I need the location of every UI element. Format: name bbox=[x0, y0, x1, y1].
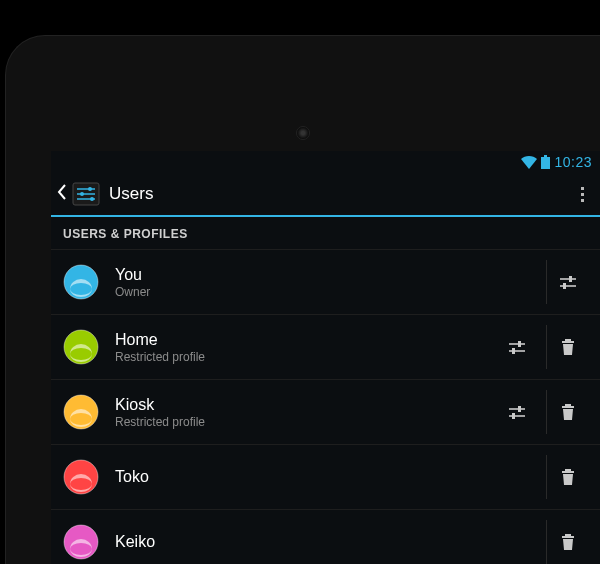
user-row[interactable]: YouOwner bbox=[51, 250, 600, 315]
user-name: Kiosk bbox=[115, 396, 496, 414]
svg-point-4 bbox=[88, 187, 92, 191]
user-subtitle: Restricted profile bbox=[115, 415, 496, 429]
user-name: Keiko bbox=[115, 533, 538, 551]
user-row[interactable]: Keiko bbox=[51, 510, 600, 564]
settings-sliders-icon[interactable] bbox=[546, 260, 588, 304]
user-subtitle: Restricted profile bbox=[115, 350, 496, 364]
clock: 10:23 bbox=[554, 154, 592, 170]
svg-rect-1 bbox=[541, 157, 550, 169]
user-subtitle: Owner bbox=[115, 285, 538, 299]
action-bar: Users bbox=[51, 173, 600, 217]
battery-icon bbox=[541, 155, 550, 169]
avatar-icon bbox=[63, 264, 99, 300]
svg-point-6 bbox=[80, 192, 84, 196]
settings-sliders-icon[interactable] bbox=[496, 325, 538, 369]
user-name: You bbox=[115, 266, 538, 284]
user-row[interactable]: KioskRestricted profile bbox=[51, 380, 600, 445]
wifi-icon bbox=[521, 156, 537, 169]
settings-sliders-icon[interactable] bbox=[496, 390, 538, 434]
svg-rect-0 bbox=[544, 155, 547, 157]
user-row[interactable]: HomeRestricted profile bbox=[51, 315, 600, 380]
trash-icon[interactable] bbox=[546, 520, 588, 564]
user-name: Home bbox=[115, 331, 496, 349]
settings-icon[interactable] bbox=[71, 179, 101, 209]
status-bar: 10:23 bbox=[51, 151, 600, 173]
back-icon[interactable] bbox=[55, 184, 71, 204]
avatar-icon bbox=[63, 394, 99, 430]
overflow-menu-icon[interactable] bbox=[570, 181, 594, 208]
user-list: YouOwnerHomeRestricted profileKioskRestr… bbox=[51, 250, 600, 564]
user-name: Toko bbox=[115, 468, 538, 486]
avatar-icon bbox=[63, 524, 99, 560]
section-header: USERS & PROFILES bbox=[51, 217, 600, 250]
trash-icon[interactable] bbox=[546, 325, 588, 369]
avatar-icon bbox=[63, 329, 99, 365]
trash-icon[interactable] bbox=[546, 390, 588, 434]
avatar-icon bbox=[63, 459, 99, 495]
page-title: Users bbox=[109, 184, 570, 204]
user-row[interactable]: Toko bbox=[51, 445, 600, 510]
trash-icon[interactable] bbox=[546, 455, 588, 499]
svg-point-8 bbox=[90, 197, 94, 201]
